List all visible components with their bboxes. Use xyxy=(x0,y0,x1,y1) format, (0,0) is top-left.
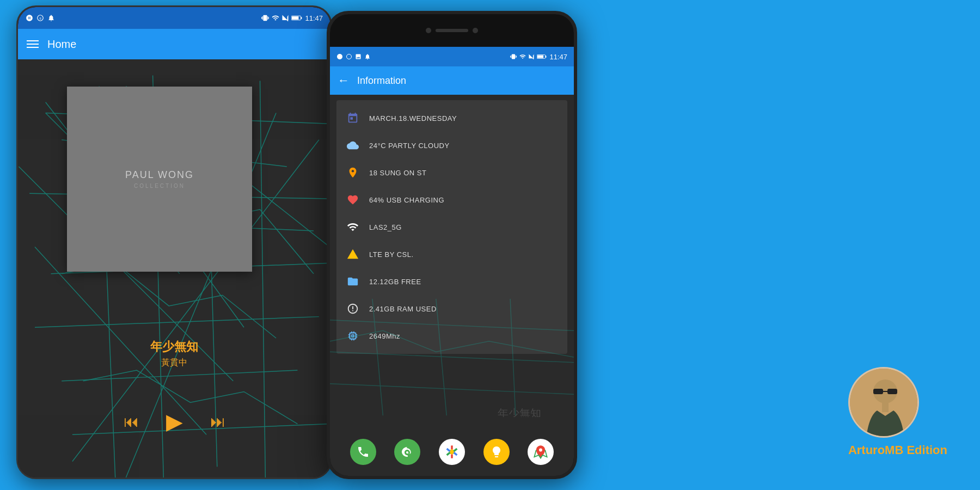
svg-rect-40 xyxy=(882,402,889,412)
lte-icon xyxy=(345,247,360,262)
back-button[interactable]: ← xyxy=(338,74,350,88)
song-artist: 黃貫中 xyxy=(18,357,330,369)
front-camera xyxy=(426,28,431,33)
play-button[interactable]: ▶ xyxy=(166,409,183,434)
svg-rect-4 xyxy=(292,16,299,20)
location-icon xyxy=(345,165,360,180)
system-status-icons: 11:47 xyxy=(261,14,323,22)
svg-line-28 xyxy=(330,320,574,330)
notification-icons-right xyxy=(336,53,371,60)
svg-rect-27 xyxy=(537,55,543,58)
google-icon-right xyxy=(346,53,352,60)
notification-icons: g xyxy=(26,14,55,22)
prev-button[interactable]: ⏮ xyxy=(124,413,139,431)
right-map-bg: 年少無知 黃貫中 xyxy=(330,297,574,417)
phone-app-icon[interactable] xyxy=(350,439,376,465)
svg-line-30 xyxy=(330,384,574,394)
hamburger-menu-button[interactable] xyxy=(27,40,39,48)
song-info: 年少無知 黃貫中 xyxy=(18,339,330,369)
cloud-icon xyxy=(345,138,360,153)
maps-icon xyxy=(533,444,548,460)
svg-rect-3 xyxy=(301,17,302,19)
status-bar-right: 11:47 xyxy=(330,47,574,66)
svg-line-10 xyxy=(35,317,319,328)
wifi-icon-left xyxy=(272,14,279,22)
avatar-section: ArturoMB Edition xyxy=(848,367,947,457)
information-title: Information xyxy=(357,75,406,87)
signal-text: LTE BY CSL. xyxy=(369,250,414,259)
wifi-row: LAS2_5G xyxy=(336,213,567,241)
svg-line-11 xyxy=(62,370,297,381)
photos-app-icon[interactable] xyxy=(439,439,465,465)
calendar-icon xyxy=(345,111,360,126)
right-phone: 11:47 ← Information MARCH.18.WEDNESDAY 2 xyxy=(327,11,577,479)
svg-point-24 xyxy=(347,54,352,59)
avatar-image xyxy=(850,367,917,438)
idea-app-icon[interactable] xyxy=(483,439,510,465)
whatsapp-icon xyxy=(26,14,33,22)
maps-app-icon[interactable] xyxy=(528,439,554,465)
svg-rect-38 xyxy=(887,389,897,394)
battery-icon-right xyxy=(537,53,547,60)
date-row: MARCH.18.WEDNESDAY xyxy=(336,105,567,132)
storage-text: 12.12GB FREE xyxy=(369,278,421,286)
date-text: MARCH.18.WEDNESDAY xyxy=(369,114,457,122)
avatar-svg xyxy=(850,367,917,438)
hangouts-app-icon[interactable] xyxy=(394,439,420,465)
svg-line-29 xyxy=(330,352,574,362)
bookmark-icon-right xyxy=(364,53,371,60)
home-title: Home xyxy=(47,38,76,51)
system-icons-right: 11:47 xyxy=(510,53,567,61)
app-dock xyxy=(330,433,574,470)
heart-battery-icon xyxy=(345,192,360,207)
sensor xyxy=(473,28,478,33)
hamburger-line xyxy=(27,40,39,41)
wifi-info-icon xyxy=(345,219,360,235)
time-display-left: 11:47 xyxy=(305,14,323,22)
time-display-right: 11:47 xyxy=(549,53,567,61)
battery-icon-left xyxy=(291,14,302,22)
notification-icon xyxy=(47,14,55,22)
phone-top-bar xyxy=(330,14,574,47)
vibrate-icon xyxy=(261,14,269,22)
signal-row: LTE BY CSL. xyxy=(336,241,567,268)
avatar-label: ArturoMB Edition xyxy=(848,443,947,457)
hamburger-line xyxy=(27,47,39,48)
status-bar-left: g 11:47 xyxy=(18,7,330,29)
battery-row: 64% USB CHARGING xyxy=(336,186,567,213)
storage-row: 12.12GB FREE xyxy=(336,268,567,295)
signal-icon-left xyxy=(282,14,289,22)
location-row: 18 SUNG ON ST xyxy=(336,159,567,186)
svg-text:g: g xyxy=(39,16,41,20)
song-title: 年少無知 xyxy=(18,339,330,355)
album-art: PAUL WONG COLLECTION xyxy=(67,87,252,272)
svg-rect-26 xyxy=(546,56,547,57)
svg-point-34 xyxy=(539,449,542,452)
album-artist: PAUL WONG xyxy=(125,169,194,181)
watermark: 年少無知 黃貫中 xyxy=(498,406,541,417)
storage-icon xyxy=(345,274,360,289)
weather-text: 24°C PARTLY CLOUDY xyxy=(369,142,450,150)
wifi-icon-right xyxy=(519,53,526,60)
media-controls: ⏮ ▶ ⏭ xyxy=(18,409,330,434)
hamburger-line xyxy=(27,44,39,45)
map-background: PAUL WONG COLLECTION 年少無知 黃貫中 ⏮ ▶ ⏭ xyxy=(18,59,330,477)
whatsapp-icon-right xyxy=(336,53,343,60)
wifi-text: LAS2_5G xyxy=(369,223,402,231)
google-icon: g xyxy=(36,14,44,22)
battery-text: 64% USB CHARGING xyxy=(369,196,444,204)
svg-line-33 xyxy=(510,299,516,415)
svg-rect-37 xyxy=(873,389,883,394)
map-svg-right xyxy=(330,297,574,417)
next-button[interactable]: ⏭ xyxy=(210,413,225,431)
svg-line-31 xyxy=(372,299,383,415)
watermark-line1: 年少無知 xyxy=(498,406,541,417)
speaker xyxy=(436,29,468,32)
avatar-circle xyxy=(848,367,919,438)
vibrate-icon-right xyxy=(510,53,517,60)
toolbar-left: Home xyxy=(18,29,330,59)
left-phone: g 11:47 Home xyxy=(16,5,332,479)
album-collection: COLLECTION xyxy=(134,183,185,189)
weather-row: 24°C PARTLY CLOUDY xyxy=(336,132,567,159)
toolbar-right: ← Information xyxy=(330,66,574,95)
